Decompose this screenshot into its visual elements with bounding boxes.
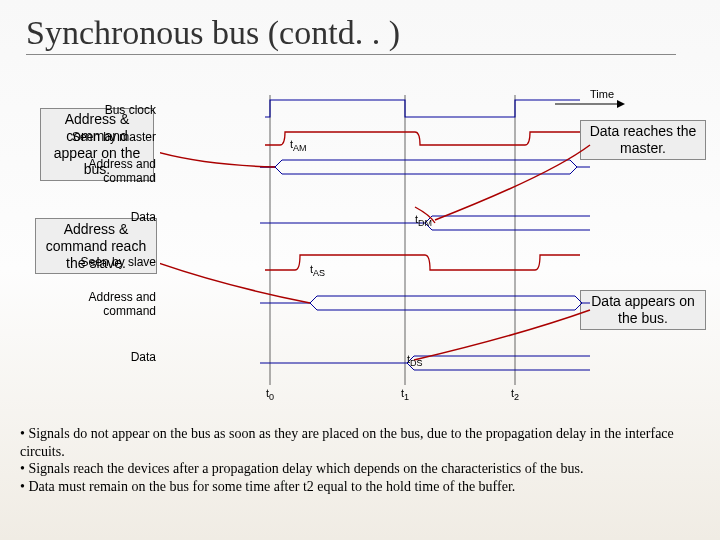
page-title: Synchronous bus (contd. . ) <box>26 14 676 55</box>
label-tDS: tDS <box>407 353 423 368</box>
label-tDM: tDM <box>415 213 432 228</box>
label-t2: t2 <box>511 387 519 402</box>
row-label-seen-slave: Seen by slave <box>36 255 160 269</box>
label-t0: t0 <box>266 387 274 402</box>
label-tAM: tAM <box>290 138 307 153</box>
row-label-seen-master: Seen by master <box>36 130 160 144</box>
svg-marker-1 <box>617 100 625 108</box>
bullet-3: • Data must remain on the bus for some t… <box>20 478 700 496</box>
row-label-bus-clock: Bus clock <box>36 103 160 117</box>
timing-diagram: Bus clock Seen by master Address and com… <box>160 95 600 405</box>
label-t1: t1 <box>401 387 409 402</box>
bullet-2: • Signals reach the devices after a prop… <box>20 460 700 478</box>
timing-svg <box>160 95 600 405</box>
row-label-data-s: Data <box>36 350 160 364</box>
row-label-addr-cmd-m: Address and command <box>36 157 160 185</box>
row-label-addr-cmd-s: Address and command <box>36 290 160 318</box>
bullet-list: • Signals do not appear on the bus as so… <box>20 425 700 495</box>
label-tAS: tAS <box>310 263 325 278</box>
bullet-1: • Signals do not appear on the bus as so… <box>20 425 700 460</box>
row-label-data-m: Data <box>36 210 160 224</box>
